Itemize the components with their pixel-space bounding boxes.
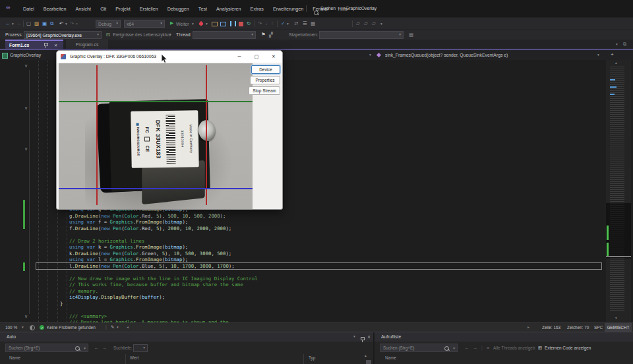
stop-stream-button[interactable]: Stop Stream (249, 86, 280, 95)
code-line[interactable]: using var k = Graphics.FromImage(bitmap)… (36, 244, 601, 251)
properties-button[interactable]: Properties (250, 76, 280, 84)
fold-chevron-icon[interactable]: ∨ (24, 146, 28, 151)
close-icon[interactable]: ✕ (54, 43, 57, 47)
zoom-level[interactable]: 100 % (5, 325, 17, 330)
stack-frame-combo[interactable]: ▾ (319, 31, 404, 39)
close-icon[interactable]: ✕ (268, 52, 280, 61)
caret-icon[interactable]: ▾ (84, 347, 86, 351)
solution-configuration-combo[interactable]: Debug▾ (96, 20, 121, 28)
navigate-back-icon[interactable]: ← (5, 21, 11, 26)
process-combo[interactable]: [19664] GraphicOverlay.exe ▾ (24, 31, 102, 39)
autos-search-input[interactable]: Suchen (Strg+E) ▾ (5, 344, 88, 352)
window-position-icon[interactable]: ▾ (353, 335, 355, 339)
continue-icon[interactable]: ▶ (170, 21, 173, 26)
open-file-icon[interactable]: ▨ (34, 21, 39, 26)
search-depth-combo[interactable]: ▾ (133, 344, 148, 352)
save-all-icon[interactable]: ⧉ (50, 21, 53, 26)
search-icon[interactable] (314, 11, 318, 15)
hot-reload-icon[interactable] (198, 21, 204, 26)
new-file-icon[interactable]: ▢ (26, 21, 31, 26)
hscroll-right-icon[interactable]: ▸ (528, 325, 529, 329)
autos-title-bar[interactable]: Auto ▾ ✕ (0, 332, 373, 342)
breadcrumb-type[interactable]: GraphicOverlay (10, 53, 41, 57)
code-line[interactable]: // Draw 2 horizontal lines (36, 238, 601, 245)
breadcrumb-member[interactable]: sink_FramesQueued(object? sender, QueueS… (385, 53, 508, 57)
tab-form1[interactable]: Form1.cs ✕ (5, 40, 63, 49)
menu-item-extras[interactable]: Extras (246, 6, 268, 12)
code-line[interactable] (36, 307, 601, 313)
close-icon[interactable]: ✕ (367, 334, 371, 339)
menu-item-analysieren[interactable]: Analysieren (212, 6, 246, 12)
code-line[interactable]: } (36, 301, 601, 307)
code-line[interactable]: // This works fine, because buffer and b… (36, 282, 601, 288)
health-indicator-icon[interactable] (30, 325, 35, 330)
menu-item-erstellen[interactable]: Erstellen (135, 6, 163, 12)
list-icon[interactable]: ☰ (303, 21, 307, 26)
device-button[interactable]: Device (251, 65, 280, 74)
pin-icon[interactable] (44, 43, 48, 49)
menu-item-erweiterungen[interactable]: Erweiterungen (268, 6, 308, 12)
minimap-scrollbar[interactable]: ▴ ▾ (606, 60, 631, 322)
code-line[interactable]: /// <summary> (36, 313, 601, 320)
continue-button[interactable]: Weiter (176, 22, 189, 26)
show-diagnostics-window-icon[interactable] (220, 22, 226, 26)
hscroll-left-icon[interactable]: ◂ (127, 325, 129, 329)
lifecycle-events-button[interactable]: Ereignisse des Lebenszyklus (113, 32, 171, 37)
menu-item-bearbeiten[interactable]: Bearbeiten (39, 6, 71, 12)
add-icon[interactable]: + (611, 51, 614, 57)
restart-icon[interactable]: ↻ (247, 21, 251, 26)
continue-caret-icon[interactable]: ▾ (192, 22, 194, 26)
menu-item-test[interactable]: Test (194, 6, 212, 12)
callstack-search-input[interactable]: Suchen (Strg+E) ▾ (380, 344, 458, 352)
caret-icon[interactable]: ▾ (169, 33, 171, 37)
panel-scrollbar-thumb[interactable] (366, 360, 371, 364)
panel-scroll-up-icon[interactable]: ▴ (365, 354, 367, 358)
caret-icon[interactable]: ▾ (453, 347, 455, 351)
code-line[interactable]: // Now draw the image with the line in I… (36, 276, 601, 282)
search-caret-icon[interactable]: ▾ (338, 7, 340, 11)
caret-icon[interactable]: ▾ (117, 326, 119, 330)
bookmark-icon[interactable]: ▱ (356, 21, 360, 26)
run-tests-icon[interactable]: ✓ (281, 21, 285, 26)
scroll-down-icon[interactable]: ▾ (615, 317, 617, 320)
menu-item-datei[interactable]: Datei (18, 6, 39, 12)
swap-icon[interactable]: ⇄ (294, 21, 298, 26)
line-ending-indicator[interactable]: GEMISCHT (605, 323, 632, 332)
code-line-current[interactable]: l.DrawLine(new Pen(Color.Blue, 5), 10, 1… (36, 263, 601, 270)
tab-overflow-icon[interactable]: ▾ (616, 43, 618, 47)
navigate-back-caret-icon[interactable]: ▾ (12, 22, 14, 26)
column-header-name[interactable]: Name (9, 355, 20, 360)
split-window-icon[interactable]: ⧉ (623, 42, 626, 46)
frame-icon[interactable]: ▞ (269, 32, 273, 38)
pin-icon[interactable] (360, 337, 365, 343)
code-line[interactable] (36, 231, 601, 238)
hot-reload-caret-icon[interactable]: ▾ (206, 22, 208, 26)
caret-icon[interactable]: ▾ (287, 22, 289, 26)
caret-icon[interactable]: ▾ (369, 53, 371, 57)
column-divider[interactable] (303, 354, 304, 364)
code-line[interactable]: ic4Display.DisplayBuffer(buffer); (36, 294, 601, 301)
menu-item-debuggen[interactable]: Debuggen (163, 6, 194, 12)
code-line[interactable]: g.DrawLine(new Pen(Color.Red, 5), 500, 1… (36, 213, 601, 220)
flag-icon[interactable]: ⚑ (261, 32, 266, 38)
code-line[interactable] (36, 269, 601, 276)
no-problems-icon[interactable]: ✓ (40, 325, 44, 330)
code-line[interactable]: // memory. (36, 288, 601, 295)
scroll-up-icon[interactable]: ▴ (615, 61, 617, 65)
column-divider[interactable] (125, 354, 126, 364)
tab-program[interactable]: Program.cs (66, 40, 108, 49)
external-code-icon[interactable]: ⊞ (538, 346, 542, 351)
pause-icon[interactable] (230, 21, 236, 26)
lifecycle-events-icon[interactable]: ⊡ (106, 32, 110, 38)
stop-debugging-icon[interactable] (239, 22, 243, 26)
callstack-title-bar[interactable]: Aufrufliste (375, 332, 633, 342)
code-lines[interactable]: using var g = Graphics.FromImage(bitmap)… (36, 206, 601, 326)
undo-caret-icon[interactable]: ▾ (65, 22, 67, 26)
grid-icon[interactable]: ▦ (311, 21, 315, 26)
spaces-indicator[interactable]: SPC (594, 325, 603, 330)
break-all-window-icon[interactable] (212, 22, 218, 26)
code-line[interactable]: k.DrawLine(new Pen(Color.Green, 5), 10, … (36, 251, 601, 257)
thread-combo[interactable]: ▾ (193, 31, 256, 39)
minimap-viewport[interactable] (606, 203, 631, 258)
column-header-value[interactable]: Wert (130, 355, 138, 360)
